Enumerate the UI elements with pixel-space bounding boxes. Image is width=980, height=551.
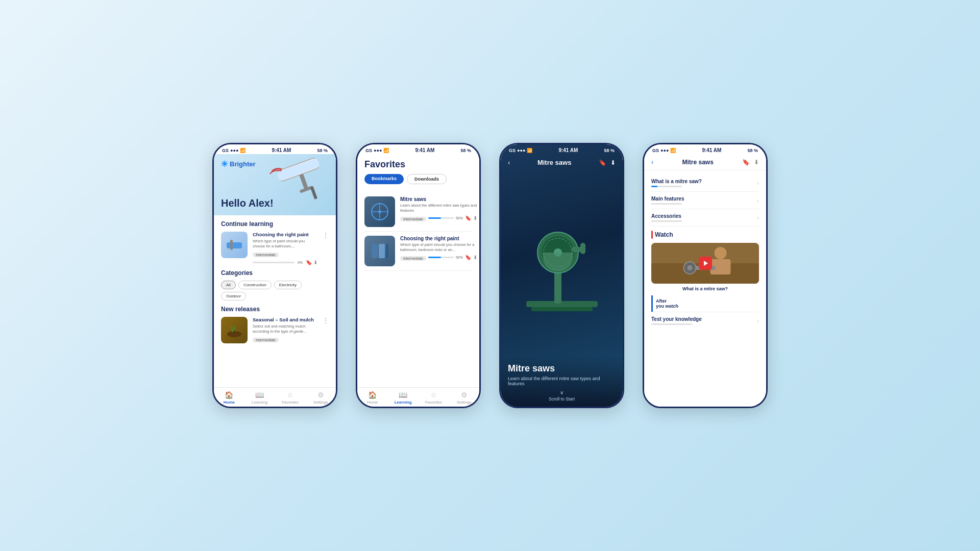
tab-downloads[interactable]: Downloads <box>407 174 447 184</box>
phone3-content: ‹ Mitre saws 🔖 ⬇ <box>501 144 623 407</box>
mitre-fav-bookmark-icon[interactable]: 🔖 <box>465 215 471 221</box>
test-chevron: › <box>757 318 759 324</box>
signal-icon-4: ●●● <box>660 148 669 153</box>
svg-rect-13 <box>379 244 385 258</box>
back-icon-4[interactable]: ‹ <box>651 158 653 166</box>
home-nav-icon: 🏠 <box>225 391 233 399</box>
favorites-nav-icon: ☆ <box>287 391 293 399</box>
test-section-left: Test your knowledge <box>651 316 702 325</box>
more-options-icon[interactable]: ⋮ <box>323 232 329 239</box>
chevron-down-icon: ∨ <box>560 390 564 395</box>
test-section[interactable]: Test your knowledge › <box>651 312 759 329</box>
nav-learning-1[interactable]: 📖 Learning <box>244 391 275 405</box>
detail-body: What is a mitre saw? › Main features <box>644 170 766 407</box>
carrier-2: GS <box>365 148 372 153</box>
status-bar-4: GS ●●● 📶 9:41 AM 58 % <box>644 144 766 154</box>
mitre-fav-img <box>364 196 395 227</box>
watch-accent-bar <box>651 231 653 239</box>
nav-learning-2[interactable]: 📖 Learning <box>388 391 419 405</box>
nav-settings-1[interactable]: ⚙ Settings <box>305 391 336 405</box>
nav-home-2[interactable]: 🏠 Home <box>357 391 388 405</box>
settings-nav-icon-2: ⚙ <box>461 391 468 399</box>
video-play-button[interactable] <box>699 257 712 270</box>
paint-card-actions: 🔖 ⬇ <box>306 260 317 265</box>
download-icon[interactable]: ⬇ <box>313 260 317 265</box>
signal-icon-3: ●●● <box>517 148 525 153</box>
svg-rect-6 <box>230 240 233 250</box>
battery-3: 58 % <box>604 148 615 153</box>
soil-card-title: Seasonal – Soil and mulch <box>253 317 317 323</box>
bottom-nav-1: 🏠 Home 📖 Learning ☆ Favorites ⚙ Settings <box>214 387 336 407</box>
section-what-is-title: What is a mitre saw? <box>651 179 757 184</box>
nav-favorites-1[interactable]: ☆ Favorites <box>275 391 306 405</box>
category-all[interactable]: All <box>221 281 236 289</box>
greeting-text: Hello Alex! <box>221 197 274 209</box>
paint-fav-download-icon[interactable]: ⬇ <box>473 255 477 260</box>
soil-more-icon[interactable]: ⋮ <box>323 317 329 324</box>
bookmark-icon[interactable]: 🔖 <box>306 260 312 265</box>
paint-thumb-img <box>221 232 248 258</box>
wifi-icon-3: 📶 <box>527 148 532 153</box>
bottom-nav-2: 🏠 Home 📖 Learning ☆ Favorites ⚙ Settings <box>357 387 479 407</box>
section-what-is-left: What is a mitre saw? <box>651 179 757 187</box>
section-accessories[interactable]: Accessories › <box>651 209 759 227</box>
article-overlay-title: Mitre saws <box>508 363 616 374</box>
fav-card-paint[interactable]: Choosing the right paint Which type of p… <box>364 232 472 271</box>
category-construction[interactable]: Construction <box>238 281 272 289</box>
paint-card-progress-row: 0% 🔖 ⬇ <box>253 260 317 265</box>
fav-card-mitre[interactable]: Mitre saws Learn about the different mit… <box>364 192 472 232</box>
paint-card-badge: Intermediate <box>253 253 279 257</box>
svg-rect-14 <box>386 244 388 258</box>
continue-learning-title: Continue learning <box>221 220 329 228</box>
svg-rect-16 <box>531 307 593 311</box>
bookmark-header-icon-3[interactable]: 🔖 <box>599 159 606 166</box>
mitre-fav-meta: Intermediate 50% 🔖 ⬇ <box>400 215 477 221</box>
nav-home-1[interactable]: 🏠 Home <box>214 391 244 405</box>
new-releases-card[interactable]: Seasonal – Soil and mulch Select soil an… <box>221 317 329 343</box>
paint-fav-img <box>364 236 395 266</box>
bookmark-header-icon-4[interactable]: 🔖 <box>742 159 750 166</box>
nav-settings-2[interactable]: ⚙ Settings <box>449 391 479 405</box>
settings-nav-label: Settings <box>313 400 328 405</box>
mitre-fav-progress-bar <box>428 217 454 219</box>
article-hero-img: Mitre saws Learn about the different mit… <box>501 144 623 407</box>
mitre-fav-thumb <box>364 196 395 227</box>
category-electricity[interactable]: Electricity <box>274 281 302 289</box>
learning-nav-icon: 📖 <box>255 391 264 399</box>
svg-point-30 <box>688 265 693 270</box>
paint-fav-bookmark-icon[interactable]: 🔖 <box>465 255 471 260</box>
wifi-icon-4: 📶 <box>670 148 676 153</box>
signal-icon-1: ●●● <box>230 148 238 153</box>
tab-bookmarks[interactable]: Bookmarks <box>364 174 404 184</box>
section-what-is-progress-bar <box>651 186 682 187</box>
section-main-features[interactable]: Main features › <box>651 192 759 209</box>
learning-nav-label: Learning <box>252 400 267 405</box>
section-what-is[interactable]: What is a mitre saw? › <box>651 174 759 192</box>
battery-1: 58 % <box>317 148 328 153</box>
video-thumbnail[interactable] <box>651 243 759 284</box>
svg-rect-12 <box>372 244 378 258</box>
paint-fav-meta: Intermediate 50% 🔖 ⬇ <box>400 255 477 261</box>
paint-fav-pct: 50% <box>456 256 463 259</box>
mitre-fav-download-icon[interactable]: ⬇ <box>473 215 477 221</box>
brighter-name: Brighter <box>230 160 256 168</box>
back-icon-3[interactable]: ‹ <box>508 159 510 166</box>
settings-nav-icon: ⚙ <box>317 391 324 399</box>
time-3: 9:41 AM <box>558 147 578 153</box>
download-header-icon-3[interactable]: ⬇ <box>610 159 616 166</box>
home-nav-label-2: Home <box>367 400 378 405</box>
nav-favorites-2[interactable]: ☆ Favorites <box>419 391 449 405</box>
signal-icon-2: ●●● <box>374 148 382 153</box>
soil-card-badge: Intermediate <box>253 338 279 342</box>
download-header-icon-4[interactable]: ⬇ <box>754 159 759 166</box>
favorites-nav-label: Favorites <box>282 400 299 405</box>
test-progress-bar <box>651 323 692 325</box>
home-body: Continue learning Choosing the right pai… <box>214 215 336 387</box>
continue-learning-card[interactable]: Choosing the right paint Which type of p… <box>221 232 329 265</box>
section-what-is-chevron: › <box>757 180 759 186</box>
category-outdoor[interactable]: Outdoor <box>221 292 246 300</box>
brighter-star-icon: ✳ <box>221 159 228 169</box>
phones-container: GS ●●● 📶 9:41 AM 58 % ✳ Brighter <box>212 143 768 408</box>
soil-card-desc: Select soil and matching mulch according… <box>253 324 317 334</box>
status-bar-1: GS ●●● 📶 9:41 AM 58 % <box>214 144 336 154</box>
